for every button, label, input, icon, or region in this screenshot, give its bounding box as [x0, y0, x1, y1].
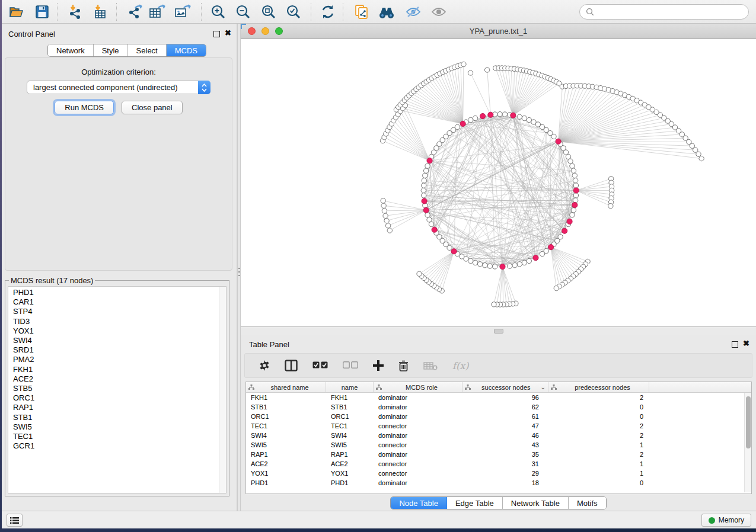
- table-row[interactable]: SWI5SWI5connector431: [246, 440, 751, 450]
- select-all-button[interactable]: [312, 361, 328, 370]
- new-network-from-selection-button[interactable]: [352, 2, 372, 22]
- import-table-button[interactable]: [90, 2, 110, 22]
- criterion-dropdown[interactable]: largest connected component (undirected): [27, 81, 210, 94]
- float-table-panel-icon[interactable]: [732, 341, 738, 348]
- mcds-result-item[interactable]: YOX1: [13, 326, 226, 336]
- column-header-predecessor-nodes[interactable]: predecessor nodes: [548, 382, 649, 392]
- tab-mcds[interactable]: MCDS: [167, 44, 206, 56]
- export-network-button[interactable]: [125, 2, 145, 22]
- show-columns-button[interactable]: [285, 360, 298, 371]
- optimization-criterion-label: Optimization criterion:: [5, 68, 232, 76]
- memory-button[interactable]: Memory: [701, 514, 751, 527]
- zoom-selected-button[interactable]: [283, 2, 304, 22]
- zoom-fit-button[interactable]: [259, 2, 279, 22]
- function-builder-button[interactable]: f(x): [452, 360, 468, 371]
- delete-column-button[interactable]: [398, 360, 409, 371]
- tab-motifs[interactable]: Motifs: [569, 497, 606, 509]
- zoom-out-button[interactable]: [233, 2, 253, 22]
- tab-edge-table[interactable]: Edge Table: [447, 497, 503, 509]
- tab-select[interactable]: Select: [128, 44, 167, 56]
- table-row[interactable]: ACE2ACE2connector311: [246, 459, 751, 469]
- delete-table-button[interactable]: [423, 361, 438, 370]
- network-graph[interactable]: [241, 39, 756, 326]
- show-all-button[interactable]: [429, 2, 449, 22]
- refresh-icon: [320, 4, 336, 20]
- table-row[interactable]: YOX1YOX1connector291: [246, 469, 751, 478]
- close-panel-button[interactable]: Close panel: [122, 101, 183, 114]
- tab-style[interactable]: Style: [94, 44, 128, 56]
- tab-network[interactable]: Network: [48, 44, 94, 56]
- network-canvas[interactable]: [241, 39, 756, 326]
- import-network-button[interactable]: [65, 2, 85, 22]
- mcds-result-item[interactable]: SWI5: [13, 422, 226, 432]
- mcds-result-item[interactable]: TID3: [13, 317, 226, 326]
- control-panel-title: Control Panel: [8, 30, 55, 39]
- cell-successor-nodes: 43: [462, 440, 548, 450]
- cell-shared-name: STB1: [246, 402, 326, 412]
- table-row[interactable]: PHD1PHD1dominator180: [246, 478, 751, 488]
- mcds-result-item[interactable]: ORC1: [13, 393, 226, 403]
- list-icon: [10, 517, 19, 524]
- column-header-MCDS-role[interactable]: MCDS role: [374, 382, 462, 392]
- mcds-result-item[interactable]: SWI4: [13, 336, 226, 345]
- column-header-shared-name[interactable]: shared name: [246, 382, 326, 392]
- mcds-result-item[interactable]: CAR1: [13, 297, 226, 307]
- table-settings-button[interactable]: [259, 360, 270, 371]
- table-row[interactable]: STB1STB1dominator620: [246, 402, 751, 412]
- mcds-result-item[interactable]: GCR1: [13, 441, 226, 451]
- mcds-result-item[interactable]: PHD1: [13, 288, 226, 297]
- hide-selected-button[interactable]: [403, 2, 423, 22]
- run-mcds-button[interactable]: Run MCDS: [55, 101, 114, 114]
- table-row[interactable]: RAP1RAP1dominator352: [246, 450, 751, 459]
- horizontal-splitter[interactable]: [241, 327, 756, 335]
- mcds-result-item[interactable]: FKH1: [13, 365, 226, 374]
- table-scrollbar[interactable]: [744, 393, 751, 492]
- mcds-result-item[interactable]: SRD1: [13, 345, 226, 355]
- cell-successor-nodes: 29: [462, 469, 548, 478]
- cell-MCDS-role: dominator: [374, 412, 462, 421]
- save-session-button[interactable]: [32, 2, 52, 22]
- task-history-button[interactable]: [7, 514, 23, 527]
- close-table-panel-icon[interactable]: ✖: [743, 339, 749, 348]
- tab-node-table[interactable]: Node Table: [391, 497, 447, 509]
- cell-shared-name: RAP1: [246, 450, 326, 459]
- scrollbar-thumb[interactable]: [746, 396, 751, 448]
- add-column-button[interactable]: [373, 360, 384, 371]
- fx-icon: f(x): [452, 360, 468, 371]
- splitter-grip[interactable]: [494, 329, 503, 334]
- cell-predecessor-nodes: 0: [548, 412, 649, 421]
- table-row[interactable]: SWI4SWI4dominator462: [246, 431, 751, 440]
- export-image-button[interactable]: [173, 2, 193, 22]
- column-header-successor-nodes[interactable]: successor nodes⌄: [462, 382, 548, 392]
- import-network-icon: [68, 4, 83, 20]
- open-session-button[interactable]: [6, 2, 26, 22]
- first-neighbors-button[interactable]: [377, 2, 397, 22]
- mcds-result-item[interactable]: STB1: [13, 413, 226, 422]
- cell-successor-nodes: 46: [462, 431, 548, 440]
- mcds-result-item[interactable]: TEC1: [13, 432, 226, 441]
- column-header-name[interactable]: name: [326, 382, 374, 392]
- deselect-all-button[interactable]: [343, 361, 358, 370]
- search-input[interactable]: [598, 8, 742, 17]
- table-row[interactable]: ORC1ORC1dominator610: [246, 412, 751, 421]
- splitter-handle[interactable]: [238, 268, 240, 277]
- network-titlebar[interactable]: YPA_prune.txt_1: [241, 24, 756, 39]
- export-table-button[interactable]: [147, 2, 167, 22]
- close-panel-icon[interactable]: ✖: [225, 28, 231, 37]
- tab-network-table[interactable]: Network Table: [503, 497, 569, 509]
- mcds-result-item[interactable]: STP4: [13, 307, 226, 316]
- mcds-result-list[interactable]: PHD1CAR1STP4TID3YOX1SWI4SRD1PMA2FKH1ACE2…: [8, 286, 227, 493]
- refresh-button[interactable]: [318, 2, 338, 22]
- table-row[interactable]: FKH1FKH1dominator962: [246, 393, 751, 402]
- mcds-result-item[interactable]: RAP1: [13, 403, 226, 412]
- table-row[interactable]: TEC1TEC1connector472: [246, 421, 751, 431]
- mcds-result-item[interactable]: PMA2: [13, 355, 226, 364]
- mcds-result-item[interactable]: STB5: [13, 384, 226, 393]
- table-body: FKH1FKH1dominator962STB1STB1dominator620…: [246, 393, 751, 488]
- list-scrollbar-track[interactable]: [219, 287, 226, 493]
- cell-successor-nodes: 31: [462, 459, 548, 469]
- export-image-icon: [174, 4, 191, 20]
- zoom-in-button[interactable]: [208, 2, 228, 22]
- mcds-result-item[interactable]: ACE2: [13, 374, 226, 384]
- float-panel-icon[interactable]: [213, 31, 220, 37]
